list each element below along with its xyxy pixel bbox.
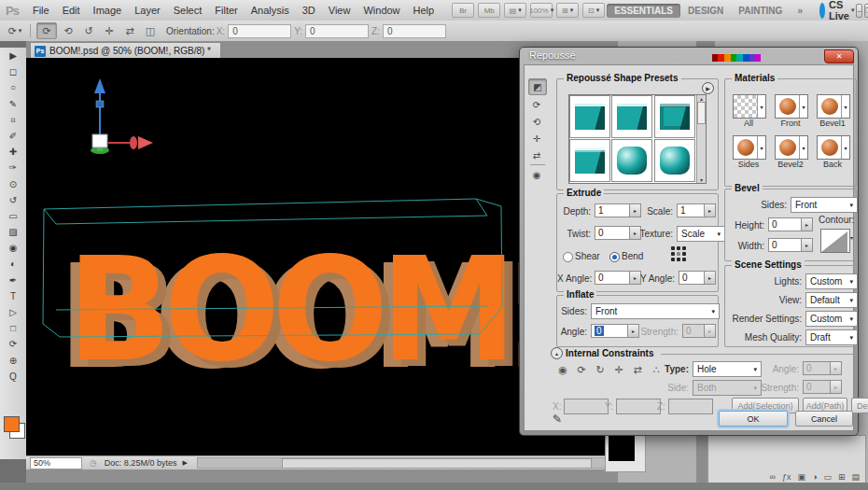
mesh-quality-dropdown[interactable]: Draft▾ — [805, 329, 858, 345]
view-extras-icon[interactable]: ▤▾ — [504, 3, 526, 18]
eyedropper-tool-icon[interactable]: ✐ — [0, 128, 26, 144]
preset-inflate-bevel[interactable] — [654, 139, 695, 182]
cancel-button[interactable]: Cancel — [795, 411, 853, 427]
layer-style-icon[interactable]: ƒx — [782, 472, 791, 482]
clone-stamp-tool-icon[interactable]: ⊙ — [0, 176, 26, 192]
type-tool-icon[interactable]: T — [0, 288, 26, 304]
blur-tool-icon[interactable]: ◉ — [0, 240, 26, 256]
marquee-tool-icon[interactable]: ◻ — [0, 63, 26, 79]
lasso-tool-icon[interactable]: ○ — [0, 79, 26, 95]
zoom-level-dropdown[interactable]: 100%▾ — [530, 3, 553, 18]
constraint-slide-tool-icon[interactable]: ⇄ — [628, 362, 647, 377]
texture-paint-icon[interactable]: ✎ — [553, 413, 562, 426]
bevel-width-field[interactable]: 0▸ — [768, 238, 813, 252]
texture-dropdown[interactable]: Scale▾ — [677, 226, 725, 242]
dropdown-icon[interactable]: ▾ — [758, 136, 765, 159]
workspace-painting[interactable]: PAINTING — [731, 4, 790, 18]
orientation-x-field[interactable]: 0 — [228, 24, 291, 38]
3d-scale-tool-icon[interactable]: ⇄ — [120, 23, 139, 38]
crop-tool-icon[interactable]: ⌗ — [0, 112, 26, 128]
doc-size-info[interactable]: Doc: 8.25M/0 bytes — [105, 458, 177, 468]
bend-origin-grid[interactable] — [671, 246, 686, 261]
horizontal-scrollbar[interactable] — [197, 457, 614, 469]
twist-field[interactable]: 0▸ — [595, 226, 641, 240]
document-tab[interactable]: Ps BOOM!.psd @ 50% (BOOM!, RGB/8) * — [30, 42, 221, 59]
status-zoom-field[interactable]: 50% — [30, 457, 82, 469]
y-angle-field[interactable]: 0▸ — [679, 271, 716, 285]
workspace-essentials[interactable]: ESSENTIALS — [607, 4, 680, 18]
path-select-tool-icon[interactable]: ▷ — [0, 304, 26, 320]
history-brush-tool-icon[interactable]: ↺ — [0, 192, 26, 208]
spinner-icon[interactable]: ▸ — [802, 217, 813, 231]
scroll-up-icon[interactable]: ▴ — [700, 95, 703, 102]
3d-object-rotate-tool-icon[interactable]: ⟳ — [0, 336, 26, 352]
cslive-button[interactable]: CS Live — [829, 0, 849, 21]
view-dropdown[interactable]: Default▾ — [805, 292, 858, 308]
3d-slide-tool-icon[interactable]: ✛ — [100, 23, 119, 38]
inflate-angle-field[interactable]: 0▸ — [591, 324, 639, 338]
healing-brush-tool-icon[interactable]: ✚ — [0, 144, 26, 160]
preset-inflate[interactable] — [611, 139, 652, 182]
spinner-icon[interactable]: ▸ — [630, 203, 641, 217]
link-layers-icon[interactable]: ∞ — [770, 472, 776, 482]
new-layer-icon[interactable]: ⊞ — [838, 472, 846, 482]
gradient-tool-icon[interactable]: ▨ — [0, 224, 26, 240]
bevel-sides-dropdown[interactable]: Front▾ — [791, 197, 858, 213]
dropdown-icon[interactable]: ▾ — [758, 95, 765, 118]
3d-axis-widget[interactable] — [82, 75, 157, 159]
presets-scrollbar[interactable]: ▴ ▾ — [696, 95, 706, 183]
material-bevel1-swatch[interactable]: ▾ — [817, 94, 850, 119]
spinner-icon[interactable]: ▸ — [628, 324, 639, 338]
preset-extrude-flat[interactable] — [569, 95, 610, 138]
constraint-view-tool-icon[interactable]: ◉ — [553, 362, 572, 377]
spinner-icon[interactable]: ▸ — [705, 271, 716, 285]
brush-tool-icon[interactable]: ✑ — [0, 160, 26, 175]
menu-3d[interactable]: 3D — [296, 5, 322, 16]
menu-analysis[interactable]: Analysis — [245, 5, 296, 16]
3d-roll-tool-icon[interactable]: ⟲ — [59, 23, 77, 38]
ok-button[interactable]: OK — [719, 411, 788, 427]
depth-field[interactable]: 1▸ — [595, 203, 641, 217]
dropdown-icon[interactable]: ▾ — [842, 136, 849, 159]
mesh-slide-tool-icon[interactable]: ⇄ — [528, 147, 545, 162]
collapse-icon[interactable]: ▴ — [551, 347, 563, 359]
constraint-pan-tool-icon[interactable]: ✛ — [609, 362, 628, 377]
constraint-type-dropdown[interactable]: Hole▾ — [693, 361, 762, 377]
dropdown-icon[interactable]: ▾ — [842, 95, 849, 118]
3d-rotate-tool-icon[interactable]: ⟳ — [36, 22, 57, 39]
dialog-close-icon[interactable]: ✕ — [824, 49, 854, 63]
arrange-documents-icon[interactable]: ⊞▾ — [556, 3, 579, 18]
zoom-tool-icon[interactable]: Q — [0, 369, 26, 385]
mesh-pan-tool-icon[interactable]: ✛ — [528, 131, 545, 146]
mesh-preset-tool-icon[interactable]: ◩ — [528, 78, 547, 95]
scroll-down-icon[interactable]: ▾ — [700, 176, 703, 183]
presets-flyout-icon[interactable]: ▶ — [702, 82, 714, 94]
menu-window[interactable]: Window — [357, 5, 406, 16]
camera-tool-icon[interactable]: ◉ — [528, 167, 545, 182]
quick-select-tool-icon[interactable]: ✎ — [0, 96, 26, 112]
screen-mode-icon[interactable]: ⊡▾ — [582, 3, 605, 18]
tools-panel-header[interactable] — [0, 41, 26, 48]
scale-field[interactable]: 1▸ — [677, 203, 716, 217]
dropdown-icon[interactable]: ▾ — [800, 95, 807, 118]
mesh-rotate-tool-icon[interactable]: ⟳ — [528, 97, 545, 112]
delete-constraint-button[interactable]: Delete — [851, 398, 868, 413]
preset-extrude-step[interactable] — [569, 139, 610, 182]
workspace-design[interactable]: DESIGN — [680, 4, 731, 18]
restore-button[interactable]: ❐ — [864, 4, 868, 18]
material-back-swatch[interactable]: ▾ — [817, 135, 850, 160]
menu-view[interactable]: View — [322, 5, 357, 16]
constraint-rotate-tool-icon[interactable]: ⟳ — [572, 362, 591, 377]
status-play-icon[interactable]: ▶ — [182, 459, 187, 467]
preset-extrude-inset[interactable] — [654, 95, 695, 138]
menu-select[interactable]: Select — [167, 5, 209, 16]
render-settings-dropdown[interactable]: Custom▾ — [805, 311, 858, 327]
menu-image[interactable]: Image — [87, 5, 129, 16]
shear-radio[interactable] — [563, 252, 573, 262]
mesh-roll-tool-icon[interactable]: ⟲ — [528, 114, 545, 129]
dodge-tool-icon[interactable]: ◐ — [0, 256, 26, 272]
delete-layer-icon[interactable]: ▤ — [851, 472, 860, 482]
lights-dropdown[interactable]: Custom▾ — [805, 273, 858, 289]
orientation-y-field[interactable]: 0 — [305, 24, 369, 38]
shape-tool-icon[interactable]: □ — [0, 320, 26, 336]
